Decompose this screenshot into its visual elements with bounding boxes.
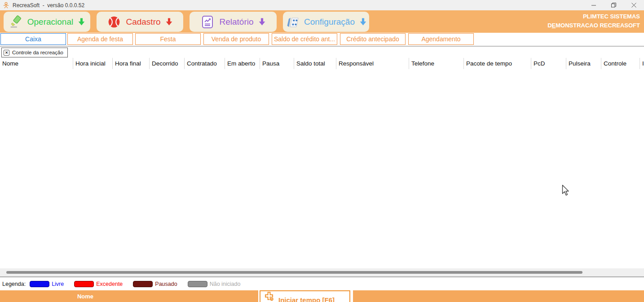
window-title: RecreaSoft - versão 0.0.0.52 [13, 2, 84, 9]
iniciar-tempo-label: Iniciar tempo [F6] [278, 292, 335, 302]
main-menu-bar: Operacional Cadastro [0, 10, 644, 33]
pausado-swatch [133, 281, 153, 287]
menu-configuracao-button[interactable]: Configuração [283, 12, 369, 32]
column-header-controle[interactable]: Controle [601, 58, 640, 69]
column-header-responsavel[interactable]: Responsável [336, 58, 409, 69]
footer-bar: Nome Iniciar tempo [F6] [0, 290, 644, 302]
column-header-hora-final[interactable]: Hora final [113, 58, 150, 69]
column-header-saldo-total[interactable]: Saldo total [294, 58, 336, 69]
column-header-pausa[interactable]: Pausa [260, 58, 294, 69]
legend-bar: Legenda: LivreExcedentePausadoNão inicia… [0, 276, 644, 290]
legend-item-label: Livre [52, 281, 64, 287]
report-chart-icon [201, 15, 214, 29]
nao-iniciado-swatch [188, 281, 207, 287]
minimize-icon[interactable] [583, 0, 604, 10]
excedente-swatch [74, 281, 94, 287]
legend-title: Legenda: [2, 281, 26, 287]
highlighter-icon [9, 15, 22, 29]
column-header-pulseira[interactable]: Pulseira [566, 58, 601, 69]
column-header-hora-inicial[interactable]: Hora inicial [73, 58, 113, 69]
legend-item-nao-iniciado: Não iniciado [188, 281, 241, 287]
chevron-down-icon [78, 18, 85, 26]
tab-saldo-de-credito-ant[interactable]: Saldo de crédito ant... [272, 33, 337, 45]
license-name: DEMONSTRACAO RECREASOFT [547, 21, 640, 30]
title-bar[interactable]: RecreaSoft - versão 0.0.0.52 [0, 0, 644, 10]
tab-caixa[interactable]: Caixa [0, 33, 66, 45]
column-header-contratado[interactable]: Contratado [185, 58, 225, 69]
legend-item-pausado: Pausado [133, 281, 177, 287]
tab-festa[interactable]: Festa [135, 33, 201, 45]
menu-relatorio-button[interactable]: Relatório [190, 12, 277, 32]
tab-agendamento[interactable]: Agendamento [408, 33, 474, 45]
column-header-pacote-de-tempo[interactable]: Pacote de tempo [464, 58, 531, 69]
column-header-decorrido[interactable]: Decorrido [150, 58, 185, 69]
add-time-icon [265, 292, 274, 302]
menu-cadastro-label: Cadastro [126, 17, 160, 27]
legend-item-livre: Livre [30, 281, 64, 287]
footer-grid-header [0, 290, 258, 302]
tab-credito-antecipado[interactable]: Crédito antecipado [340, 33, 406, 45]
column-header-pcd[interactable]: PcD [531, 58, 566, 69]
menu-configuracao-label: Configuração [304, 17, 355, 27]
legend-item-label: Pausado [155, 281, 177, 287]
legend-item-excedente: Excedente [74, 281, 123, 287]
column-header-telefone[interactable]: Telefone [409, 58, 464, 69]
recreation-grid-header: NomeHora inicialHora finalDecorridoContr… [0, 58, 644, 69]
tab-venda-de-produto[interactable]: Venda de produto [203, 33, 269, 45]
column-header-nome[interactable]: Nome [0, 58, 73, 69]
column-header-em-aberto[interactable]: Em aberto [225, 58, 260, 69]
column-header-id[interactable]: Id [640, 58, 644, 69]
ball-icon [107, 15, 121, 29]
tab-row-divider [0, 46, 644, 47]
company-banner: PLIMTEC SISTEMAS DEMONSTRACAO RECREASOFT [547, 12, 640, 30]
page-tab-label: Controle da recreação [12, 50, 63, 55]
company-name: PLIMTEC SISTEMAS [547, 12, 640, 21]
tab-agenda-de-festa[interactable]: Agenda de festa [67, 33, 133, 45]
chevron-down-icon [259, 18, 265, 26]
iniciar-tempo-button[interactable]: Iniciar tempo [F6] [260, 290, 350, 302]
horizontal-scrollbar[interactable] [0, 268, 644, 276]
tab-controle-da-recreacao[interactable]: ✕ Controle da recreação [1, 48, 68, 57]
close-tab-icon[interactable]: ✕ [4, 50, 9, 56]
restore-icon[interactable] [604, 0, 624, 10]
module-tab-row: CaixaAgenda de festaFestaVenda de produt… [0, 33, 644, 46]
scrollbar-thumb[interactable] [6, 271, 582, 274]
recreasoft-window: RecreaSoft - versão 0.0.0.52 Ope [0, 0, 644, 302]
window-controls [583, 0, 644, 10]
legend-item-label: Não iniciado [210, 281, 241, 287]
menu-operacional-label: Operacional [27, 17, 73, 27]
chevron-down-icon [166, 18, 172, 26]
livre-swatch [30, 281, 49, 287]
footer-nome-column-header[interactable]: Nome [67, 293, 103, 300]
domino-icon [286, 15, 299, 29]
chevron-down-icon [360, 18, 366, 26]
legend-item-label: Excedente [96, 281, 123, 287]
menu-relatorio-label: Relatório [219, 17, 253, 27]
gingerbread-app-icon [3, 2, 9, 9]
recreation-grid-body[interactable] [0, 69, 644, 268]
menu-cadastro-button[interactable]: Cadastro [97, 12, 183, 32]
close-icon[interactable] [624, 0, 644, 10]
menu-operacional-button[interactable]: Operacional [4, 12, 90, 32]
footer-filler [353, 290, 644, 302]
